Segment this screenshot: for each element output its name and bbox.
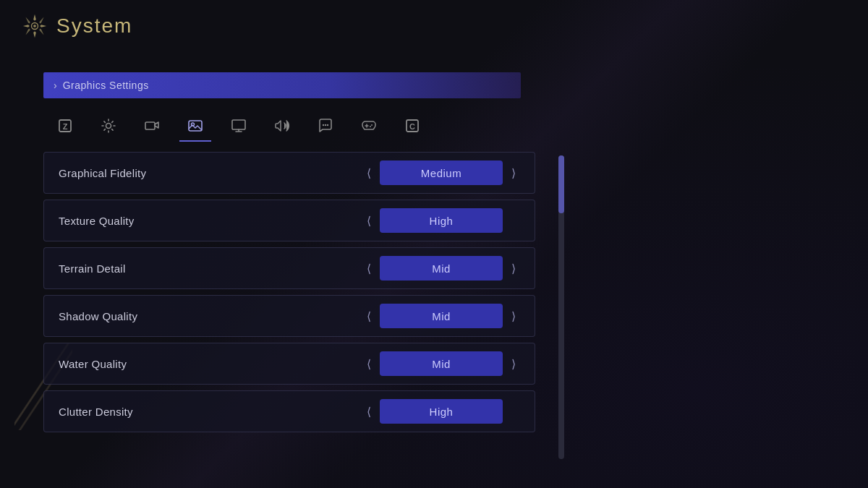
arrow-left-texture-quality[interactable]: ⟨ (362, 211, 375, 231)
setting-label-shadow-quality: Shadow Quality (59, 310, 137, 322)
setting-control-terrain-detail: ⟨ Mid ⟩ (362, 256, 520, 281)
setting-label-water-quality: Water Quality (59, 358, 127, 370)
svg-point-12 (371, 124, 373, 126)
svg-point-11 (327, 124, 328, 126)
svg-point-4 (106, 124, 111, 129)
arrow-right-graphical-fidelity[interactable]: ⟩ (507, 163, 520, 183)
svg-point-9 (323, 124, 324, 126)
page-title: System (56, 14, 132, 38)
image-icon (187, 118, 203, 134)
z-icon: Z (57, 118, 73, 134)
svg-point-1 (33, 25, 36, 27)
setting-shadow-quality: Shadow Quality ⟨ Mid ⟩ (43, 295, 535, 337)
arrow-left-clutter-density[interactable]: ⟨ (362, 402, 375, 421)
setting-label-graphical-fidelity: Graphical Fidelity (59, 167, 146, 179)
value-clutter-density: High (380, 399, 503, 424)
scrollbar-track (558, 155, 564, 459)
tab-display[interactable] (217, 110, 260, 142)
setting-label-texture-quality: Texture Quality (59, 215, 135, 227)
display-icon (231, 118, 247, 134)
value-shadow-quality: Mid (380, 304, 503, 328)
arrow-right-water-quality[interactable]: ⟩ (507, 354, 520, 374)
setting-terrain-detail: Terrain Detail ⟨ Mid ⟩ (43, 247, 535, 289)
setting-control-texture-quality: ⟨ High ⟩ (362, 208, 520, 233)
setting-label-terrain-detail: Terrain Detail (59, 262, 126, 275)
settings-list: Graphical Fidelity ⟨ Medium ⟩ Texture Qu… (43, 152, 535, 432)
value-texture-quality: High (380, 208, 503, 233)
tab-chat[interactable] (304, 110, 347, 142)
arrow-left-graphical-fidelity[interactable]: ⟨ (362, 163, 375, 183)
arrow-left-terrain-detail[interactable]: ⟨ (362, 259, 375, 278)
record-icon (144, 118, 160, 134)
section-chevron-icon: › (54, 80, 57, 91)
svg-text:Z: Z (63, 122, 68, 131)
page-title-container: System (22, 13, 132, 39)
section-header: › Graphics Settings (43, 72, 521, 98)
scrollbar-thumb[interactable] (558, 155, 564, 213)
gear-icon (101, 118, 116, 134)
svg-rect-6 (189, 121, 202, 131)
tab-z[interactable]: Z (43, 110, 87, 142)
c-icon: C (404, 118, 420, 134)
setting-water-quality: Water Quality ⟨ Mid ⟩ (43, 343, 535, 385)
svg-point-13 (370, 126, 371, 127)
tab-c[interactable]: C (391, 110, 434, 142)
value-water-quality: Mid (380, 351, 503, 376)
arrow-left-shadow-quality[interactable]: ⟨ (362, 307, 375, 326)
setting-control-clutter-density: ⟨ High ⟩ (362, 399, 520, 424)
arrow-left-water-quality[interactable]: ⟨ (362, 354, 375, 374)
svg-rect-5 (145, 122, 155, 129)
chat-icon (318, 118, 333, 134)
arrow-right-terrain-detail[interactable]: ⟩ (507, 259, 520, 278)
tab-controller[interactable] (347, 110, 391, 142)
value-terrain-detail: Mid (380, 256, 503, 281)
setting-graphical-fidelity: Graphical Fidelity ⟨ Medium ⟩ (43, 152, 535, 194)
icon-tab-bar: Z (43, 110, 434, 142)
svg-text:C: C (409, 122, 415, 131)
value-graphical-fidelity: Medium (380, 160, 503, 185)
setting-texture-quality: Texture Quality ⟨ High ⟩ (43, 200, 535, 241)
svg-point-10 (325, 124, 326, 126)
setting-control-graphical-fidelity: ⟨ Medium ⟩ (362, 160, 520, 185)
setting-control-water-quality: ⟨ Mid ⟩ (362, 351, 520, 376)
tab-graphics[interactable] (174, 110, 217, 142)
section-header-label: Graphics Settings (63, 80, 149, 91)
setting-clutter-density: Clutter Density ⟨ High ⟩ (43, 390, 535, 432)
tab-settings[interactable] (87, 110, 130, 142)
arrow-right-shadow-quality[interactable]: ⟩ (507, 307, 520, 326)
system-icon (22, 13, 48, 39)
setting-control-shadow-quality: ⟨ Mid ⟩ (362, 304, 520, 328)
tab-record[interactable] (130, 110, 174, 142)
audio-icon (274, 118, 290, 134)
svg-rect-8 (232, 120, 245, 129)
controller-icon (361, 118, 377, 134)
tab-audio[interactable] (260, 110, 304, 142)
setting-label-clutter-density: Clutter Density (59, 406, 133, 418)
